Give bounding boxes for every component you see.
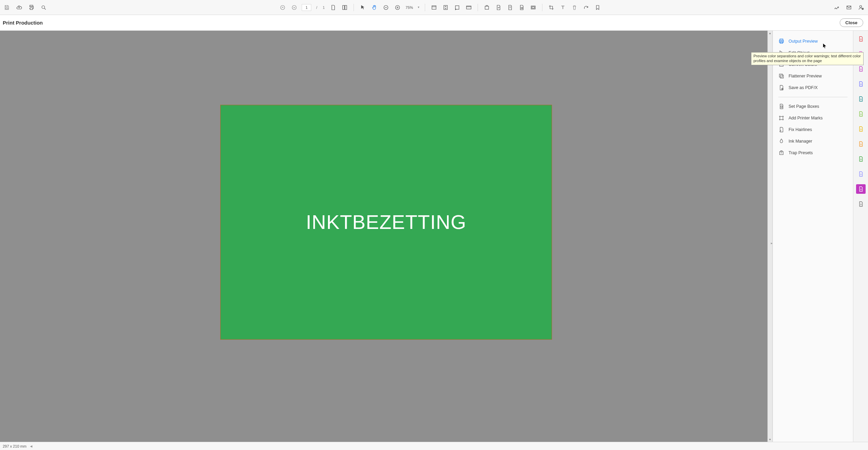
svg-rect-10 bbox=[432, 5, 436, 9]
scrolling-page-icon[interactable] bbox=[341, 3, 349, 12]
zoom-caret-icon[interactable]: ▼ bbox=[417, 6, 420, 9]
close-button[interactable]: Close bbox=[840, 18, 863, 27]
save-icon bbox=[778, 85, 784, 91]
rail-more-tools-icon[interactable] bbox=[856, 199, 866, 209]
toolbar-center-group: / 1 75% ▼ bbox=[48, 3, 833, 12]
ink-icon bbox=[778, 138, 784, 144]
panel-item-ink-manager[interactable]: Ink Manager bbox=[776, 135, 850, 147]
panel-item-flattener-preview[interactable]: Flattener Preview bbox=[776, 70, 850, 82]
panel-item-label: Output Preview bbox=[789, 39, 818, 44]
rail-enhance-icon[interactable] bbox=[856, 124, 866, 134]
svg-point-5 bbox=[292, 5, 296, 10]
rail-edit-pdf-icon[interactable] bbox=[856, 49, 866, 59]
panel-item-save-pdfx[interactable]: Save as PDF/X bbox=[776, 82, 850, 93]
panel-item-label: Convert Colors bbox=[789, 62, 817, 67]
svg-rect-13 bbox=[466, 6, 471, 9]
rail-organize-icon[interactable] bbox=[856, 109, 866, 119]
scroll-down-icon[interactable]: ▼ bbox=[768, 437, 772, 442]
panel-item-label: Flattener Preview bbox=[789, 74, 822, 78]
fit-page-icon[interactable] bbox=[442, 3, 450, 12]
zoom-in-icon[interactable] bbox=[393, 3, 402, 12]
rail-protect-icon[interactable] bbox=[856, 169, 866, 179]
marks-icon bbox=[778, 115, 784, 121]
svg-rect-12 bbox=[455, 5, 459, 9]
rail-print-prod-icon[interactable] bbox=[856, 154, 866, 164]
panel-title: Print Production bbox=[3, 20, 43, 26]
page-dimensions: 297 x 210 mm bbox=[3, 444, 27, 448]
rail-highlight-icon[interactable] bbox=[856, 139, 866, 149]
flattener-icon[interactable] bbox=[529, 3, 537, 12]
toolbar-left-group bbox=[3, 3, 48, 12]
fit-width-icon[interactable] bbox=[430, 3, 438, 12]
save-icon[interactable] bbox=[3, 3, 11, 12]
rail-comment-icon[interactable] bbox=[856, 94, 866, 104]
printer-icon bbox=[778, 38, 784, 44]
read-mode-icon[interactable] bbox=[465, 3, 473, 12]
svg-rect-6 bbox=[343, 5, 344, 10]
svg-rect-0 bbox=[6, 8, 8, 9]
cursor-icon bbox=[778, 50, 784, 56]
scroll-up-icon[interactable]: ▲ bbox=[768, 31, 772, 35]
output-preview-icon[interactable] bbox=[483, 3, 491, 12]
svg-rect-14 bbox=[485, 6, 489, 9]
status-bar: 297 x 210 mm ◀ bbox=[0, 442, 868, 450]
toolbar-separator bbox=[425, 4, 425, 11]
layers-icon bbox=[778, 73, 784, 79]
svg-rect-31 bbox=[780, 151, 783, 155]
bookmark-icon[interactable] bbox=[594, 3, 602, 12]
account-icon[interactable] bbox=[857, 3, 865, 12]
panel-item-set-page-boxes[interactable]: Set Page Boxes bbox=[776, 101, 850, 112]
svg-rect-26 bbox=[779, 74, 782, 77]
zoom-out-icon[interactable] bbox=[382, 3, 390, 12]
convert-colors-icon[interactable] bbox=[518, 3, 526, 12]
panel-item-label: Trap Presets bbox=[789, 150, 813, 155]
rail-sign-icon[interactable] bbox=[856, 79, 866, 89]
rail-create-pdf-icon[interactable] bbox=[856, 34, 866, 44]
cloud-upload-icon[interactable] bbox=[15, 3, 23, 12]
edit-object-icon[interactable] bbox=[506, 3, 514, 12]
square-icon bbox=[778, 61, 784, 68]
svg-rect-25 bbox=[780, 63, 783, 67]
page-total: 1 bbox=[323, 5, 325, 10]
panel-divider bbox=[778, 97, 848, 97]
panel-item-label: Edit Object bbox=[789, 50, 809, 55]
panel-item-label: Fix Hairlines bbox=[789, 127, 812, 132]
rail-export-pdf-icon[interactable] bbox=[856, 64, 866, 74]
crop-icon[interactable] bbox=[547, 3, 555, 12]
panel-item-label: Ink Manager bbox=[789, 139, 812, 144]
svg-rect-30 bbox=[780, 117, 783, 120]
sub-header: Print Production Close bbox=[0, 15, 868, 31]
print-icon[interactable] bbox=[27, 3, 35, 12]
document-page[interactable]: INKTBEZETTING bbox=[220, 105, 552, 340]
arrow-tool-icon[interactable] bbox=[359, 3, 367, 12]
preflight-icon[interactable] bbox=[494, 3, 503, 12]
signature-icon[interactable] bbox=[833, 3, 841, 12]
zoom-value[interactable]: 75% bbox=[405, 5, 414, 10]
status-prev-icon[interactable]: ◀ bbox=[30, 445, 32, 448]
svg-point-3 bbox=[42, 5, 45, 8]
print-production-panel: ▸ Output PreviewEdit ObjectConvert Color… bbox=[773, 31, 853, 442]
toolbar-separator bbox=[542, 4, 542, 11]
page-number-input[interactable] bbox=[302, 4, 311, 11]
panel-item-output-preview[interactable]: Output Preview bbox=[776, 35, 850, 47]
mail-icon[interactable] bbox=[845, 3, 853, 12]
panel-item-trap-presets[interactable]: Trap Presets bbox=[776, 147, 850, 159]
svg-rect-27 bbox=[780, 75, 783, 78]
rail-active-tool-icon[interactable] bbox=[856, 184, 866, 194]
add-text-icon[interactable] bbox=[559, 3, 567, 12]
svg-rect-7 bbox=[345, 5, 346, 10]
hand-tool-icon[interactable] bbox=[370, 3, 378, 12]
page-up-icon[interactable] bbox=[279, 3, 287, 12]
panel-item-convert-colors[interactable]: Convert Colors bbox=[776, 59, 850, 70]
panel-item-fix-hairlines[interactable]: Fix Hairlines bbox=[776, 124, 850, 135]
delete-icon[interactable] bbox=[570, 3, 579, 12]
redo-icon[interactable] bbox=[582, 3, 590, 12]
panel-item-edit-object[interactable]: Edit Object bbox=[776, 47, 850, 59]
document-canvas[interactable]: INKTBEZETTING ▲ ▼ bbox=[0, 31, 773, 442]
single-page-icon[interactable] bbox=[329, 3, 337, 12]
panel-collapse-icon[interactable]: ▸ bbox=[770, 236, 773, 250]
rotate-view-icon[interactable] bbox=[453, 3, 461, 12]
search-icon[interactable] bbox=[40, 3, 48, 12]
panel-item-add-printer-marks[interactable]: Add Printer Marks bbox=[776, 112, 850, 124]
page-down-icon[interactable] bbox=[290, 3, 298, 12]
